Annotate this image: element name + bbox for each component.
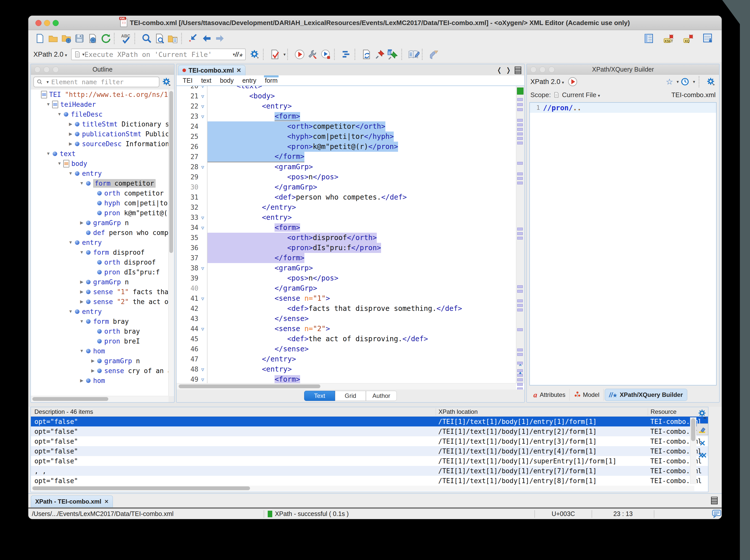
code-line[interactable]: 36<pron>dIs"pru:f</pron> [177,243,516,253]
highlight-results-button[interactable] [697,423,708,435]
outline-tree-item[interactable]: pron k@m"petit@(r [31,208,169,218]
outline-tree-item[interactable]: ▼form competitor [31,178,169,188]
expand-icon[interactable]: ▶ [78,289,85,295]
feedback-bubble-icon[interactable] [712,509,722,519]
builder-version-dropdown[interactable]: XPath 2.0▾ [530,78,564,86]
expand-icon[interactable]: ▶ [78,299,85,304]
result-marker[interactable] [517,285,523,288]
validate-dropdown[interactable]: ▾ [283,52,286,57]
outline-tree-item[interactable]: orth bray [31,326,169,336]
favorites-button[interactable]: ☆ [666,77,673,86]
expand-icon[interactable]: ▶ [78,220,85,225]
history-button[interactable] [681,77,689,86]
outline-tree-item[interactable]: ▶titleStmt Dictionary sa [31,119,169,129]
collapse-icon[interactable]: ▼ [78,319,85,324]
fold-toggle-icon[interactable]: ▽ [198,366,207,372]
scope-value-dropdown[interactable]: Current File▾ [562,91,600,99]
result-row[interactable]: opt="false"/TEI[1]/text[1]/body[1]/entry… [31,436,708,446]
outline-horizontal-scrollbar[interactable] [31,396,169,402]
expand-icon[interactable]: ▶ [89,358,97,363]
expand-icon[interactable]: ▶ [67,141,74,146]
code-line[interactable]: 27</form> [177,152,516,162]
xpath-version-dropdown[interactable]: XPath 2.0▾ [34,51,67,58]
save-to-url-button[interactable] [86,32,99,45]
outline-tree-item[interactable]: ▶sense "2" the act of [31,297,169,306]
pin-results-button[interactable] [374,48,387,61]
outline-tree-item[interactable]: ▼fileDesc [31,109,169,119]
column-description[interactable]: Description - 46 items [31,408,436,415]
collapse-icon[interactable]: ▼ [67,309,74,314]
configure-transformation-button[interactable] [306,48,319,61]
fold-toggle-icon[interactable]: ▽ [198,377,207,382]
apply-transformation-button[interactable] [293,48,306,61]
result-marker[interactable] [517,299,523,302]
expand-icon[interactable]: ▶ [67,121,74,127]
outline-tree-item[interactable]: ▶gramGrp n [31,277,169,287]
result-marker[interactable] [517,228,523,231]
collapse-icon[interactable]: ▼ [78,348,85,354]
find-in-files-button[interactable] [153,32,166,45]
back-button[interactable] [200,32,213,45]
builder-settings-button[interactable] [707,77,716,86]
reload-button[interactable] [99,32,112,45]
code-line[interactable]: 34▽<form> [177,223,516,233]
editor-tab-tei-combo[interactable]: TEI-combo.xml ✕ [178,65,245,75]
collapse-icon[interactable]: ▼ [78,250,85,255]
tab-attributes[interactable]: aAttributes [529,389,570,401]
result-row[interactable]: opt="false"/TEI[1]/text[1]/body[1]/super… [31,456,708,466]
result-marker[interactable] [517,142,523,144]
format-indent-button[interactable] [340,48,353,61]
outline-tree-item[interactable]: ▶sense "1" facts that [31,287,169,297]
result-marker[interactable] [517,378,523,381]
code-line[interactable]: 32</entry> [177,202,516,213]
outline-tree-item[interactable]: ▼entry [31,168,169,178]
outline-tree-item[interactable]: pron dIs"pru:f [31,267,169,277]
xpath-settings-button[interactable] [248,48,261,61]
outline-tree-item[interactable]: ▼body [31,159,169,168]
element-filter-input[interactable] [51,78,156,86]
breadcrumb-item-form[interactable]: form [265,77,278,84]
edit-scenario-button[interactable] [407,48,420,61]
collapse-icon[interactable]: ▼ [56,161,63,166]
grid-view-button[interactable] [642,32,655,45]
outline-tree-item[interactable]: ▶gramGrp n [31,356,169,366]
code-line[interactable]: 29<pos>n</pos> [177,172,516,182]
outline-tree-item[interactable]: ▼teiHeader [31,99,169,109]
result-marker[interactable] [517,290,523,293]
result-marker[interactable] [517,353,523,356]
result-marker[interactable] [517,348,523,351]
fold-toggle-icon[interactable]: ▽ [198,103,207,109]
column-xpath-location[interactable]: XPath location [436,408,648,415]
result-marker[interactable] [517,369,523,372]
collapse-icon[interactable]: ▼ [44,151,52,156]
outline-tree-item[interactable]: ▼form bray [31,316,169,326]
collapse-icon[interactable]: ▼ [67,171,74,176]
result-marker[interactable] [517,128,523,131]
code-line[interactable]: 31<def>person who competes.</def> [177,192,516,202]
fold-toggle-icon[interactable]: ▽ [198,215,207,220]
result-marker[interactable] [517,362,523,364]
fold-toggle-icon[interactable]: ▽ [198,225,207,231]
results-settings-button[interactable] [698,409,707,419]
mode-text-button[interactable]: Text [304,391,335,401]
code-line[interactable]: 44▽<sense n="2"> [177,324,516,334]
code-line[interactable]: 28▽<gramGrp> [177,162,516,172]
outline-panel-header[interactable]: Outline [31,64,174,75]
new-document-button[interactable] [34,32,46,45]
fold-toggle-icon[interactable]: ▽ [198,93,207,99]
code-line[interactable]: 24<orth>competitor</orth> [177,121,516,132]
outline-tree-item[interactable]: ▶sourceDesc Information [31,139,169,149]
refresh-references-button[interactable] [360,48,374,61]
search-button[interactable] [140,32,153,45]
outline-tree-item[interactable]: ▼entry [31,238,169,247]
result-marker[interactable] [517,98,523,101]
code-line[interactable]: 49▽<form> [177,374,516,383]
fold-toggle-icon[interactable]: ▽ [198,326,207,332]
outline-tree-item[interactable]: def person who compe [31,228,169,238]
result-marker[interactable] [517,308,523,312]
remove-result-button[interactable]: ✕ [699,440,706,447]
debug-xquery-button[interactable]: XQ [682,32,695,45]
close-tab-icon[interactable]: ✕ [236,67,241,74]
outline-tree-item[interactable]: ▶gramGrp n [31,218,169,228]
code-line[interactable]: 48▽<entry> [177,364,516,374]
